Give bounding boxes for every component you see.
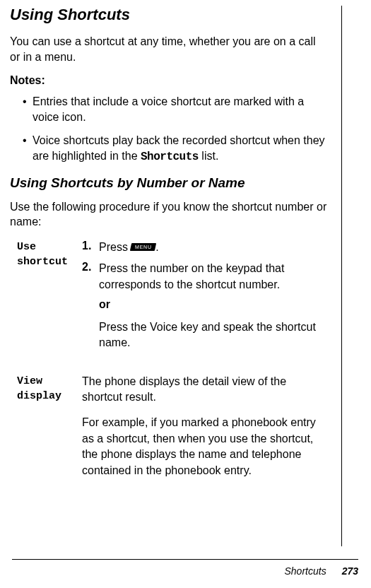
page-footer: Shortcuts273 [12,559,358,577]
subsection-title: Using Shortcuts by Number or Name [10,175,329,191]
procedure-steps: 1. Press MENU. 2. Press the number on th… [82,240,329,361]
list-item: Entries that include a voice shortcut ar… [10,94,329,124]
shortcuts-keyword: Shortcuts [141,151,199,163]
or-separator: or [99,298,329,311]
notes-label: Notes: [10,74,329,87]
page-content: Using Shortcuts You can use a shortcut a… [10,6,342,546]
intro-paragraph: You can use a shortcut at any time, whet… [10,34,329,64]
procedure-label: Use shortcut [10,240,82,361]
list-item: Voice shortcuts play back the recorded s… [10,133,329,165]
procedure-label: View display [10,374,82,488]
page-number: 273 [342,565,358,577]
notes-list: Entries that include a voice shortcut ar… [10,94,329,165]
subsection-intro: Use the following procedure if you know … [10,199,329,230]
procedure-view-display: View display The phone displays the deta… [10,374,329,488]
menu-key-icon: MENU [130,243,156,251]
footer-section-name: Shortcuts [285,565,326,577]
section-title: Using Shortcuts [10,6,329,24]
procedure-use-shortcut: Use shortcut 1. Press MENU. 2. Press the… [10,240,329,361]
step-1: 1. Press MENU. [82,240,329,255]
alternative-step: Press the Voice key and speak the shortc… [99,319,329,351]
procedure-description: The phone displays the detail view of th… [82,374,329,488]
step-2: 2. Press the number on the keypad that c… [82,261,329,293]
